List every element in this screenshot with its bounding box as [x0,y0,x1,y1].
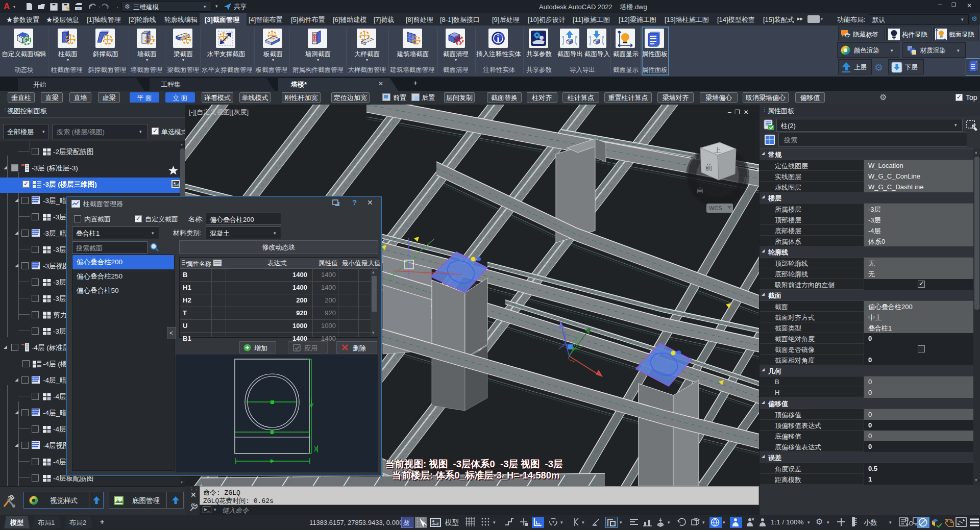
svg-text:东: 东 [743,176,749,184]
svg-text:西: 西 [691,154,697,161]
svg-text:南: 南 [697,186,703,194]
svg-text:上: 上 [714,146,721,154]
svg-text:WCS: WCS [709,205,722,211]
svg-text:前: 前 [705,163,713,171]
